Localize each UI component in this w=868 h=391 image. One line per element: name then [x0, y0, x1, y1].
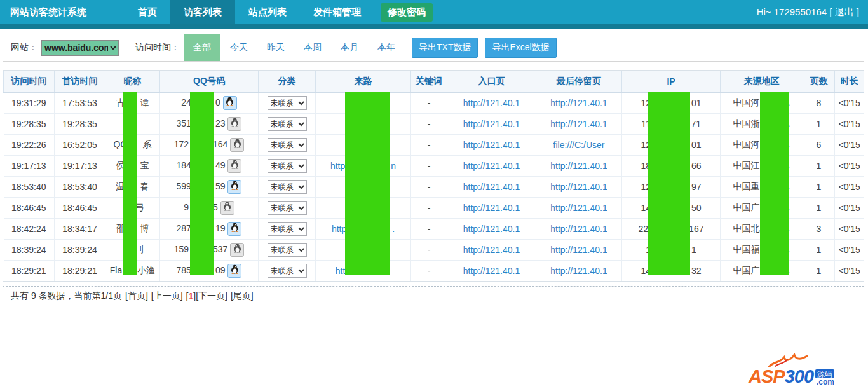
- logo-com-text: .com: [815, 378, 834, 386]
- last-page-link[interactable]: http://121.40.1: [550, 224, 607, 234]
- category-select[interactable]: 未联系: [268, 138, 307, 152]
- last-page-link[interactable]: http://121.40.1: [550, 161, 607, 171]
- category-select[interactable]: 未联系: [268, 180, 307, 194]
- nickname-fragment-right: 系: [142, 139, 151, 149]
- nav-item[interactable]: 站点列表: [235, 0, 300, 24]
- referrer-fragment-left[interactable]: http: [330, 161, 345, 171]
- nav-item-label: 访客列表: [184, 6, 222, 17]
- nav-item-label: 修改密码: [381, 3, 433, 22]
- nickname-fragment-right: 宝: [140, 160, 149, 170]
- nav-item[interactable]: 发件箱管理: [300, 0, 374, 24]
- col-last-page: 最后停留页: [536, 71, 622, 92]
- cell-category: 未联系: [259, 113, 316, 134]
- nav-menu: 首页 访客列表 站点列表 发件箱管理 修改密码: [125, 0, 439, 24]
- greeting-text: Hi~ 1729550164: [757, 6, 827, 17]
- time-filter-item[interactable]: 本年: [368, 34, 405, 61]
- cell-duration: <0'15: [835, 176, 864, 197]
- category-select[interactable]: 未联系: [268, 243, 307, 257]
- entry-page-link[interactable]: http://121.40.1: [463, 98, 520, 108]
- time-filter-item[interactable]: 今天: [220, 34, 257, 61]
- entry-page-link[interactable]: http://121.40.1: [463, 266, 520, 276]
- qq-penguin-icon[interactable]: [227, 264, 241, 278]
- category-select[interactable]: 未联系: [268, 159, 307, 173]
- last-page-link[interactable]: [尾页]: [231, 291, 254, 302]
- time-filter-item[interactable]: 本周: [294, 34, 331, 61]
- referrer-fragment-right[interactable]: n: [391, 161, 396, 171]
- cell-visit-time: 18:39:24: [4, 239, 55, 260]
- cell-page-count: 1: [803, 113, 835, 134]
- qq-fragment-right: 19: [215, 223, 226, 233]
- cell-entry-page: http://121.40.1: [447, 176, 536, 197]
- site-select[interactable]: www.baidu.com: [41, 40, 119, 56]
- first-page-link[interactable]: [首页]: [125, 291, 148, 302]
- cell-page-count: 1: [803, 239, 835, 260]
- entry-page-link[interactable]: http://121.40.1: [463, 224, 520, 234]
- export-txt-button[interactable]: 导出TXT数据: [412, 38, 478, 58]
- category-select[interactable]: 未联系: [268, 201, 307, 215]
- flame-icon: [766, 353, 811, 367]
- category-select[interactable]: 未联系: [268, 96, 307, 110]
- cell-page-count: 3: [803, 218, 835, 239]
- nav-item-label: 首页: [138, 6, 157, 17]
- cell-duration: <0'15: [835, 155, 864, 176]
- ip-fragment-right: 167: [689, 224, 703, 234]
- qq-fragment-left: 785: [177, 264, 191, 275]
- next-page-link[interactable]: [下一页]: [196, 291, 227, 302]
- referrer-fragment-left[interactable]: http: [332, 224, 346, 234]
- redaction-bar-nickname: [123, 92, 137, 275]
- qq-fragment-left: 9: [184, 202, 189, 212]
- qq-fragment-right: 537: [213, 244, 227, 254]
- referrer-fragment-right[interactable]: .: [392, 224, 395, 234]
- entry-page-link[interactable]: http://121.40.1: [463, 119, 520, 129]
- entry-page-link[interactable]: http://121.40.1: [463, 182, 520, 192]
- nav-item[interactable]: 首页: [125, 0, 170, 24]
- region-fragment-left: 中国河: [733, 97, 760, 107]
- cell-category: 未联系: [259, 239, 316, 260]
- col-page-count: 页数: [803, 71, 835, 92]
- time-filter-item[interactable]: 全部: [184, 34, 220, 61]
- cell-first-time: 18:34:17: [55, 218, 105, 239]
- filter-bar: 网站： www.baidu.com 访问时间： 全部 今天 昨天 本周 本月 本…: [3, 34, 864, 62]
- qq-penguin-icon[interactable]: [223, 96, 237, 110]
- col-duration: 时长: [835, 71, 864, 92]
- qq-penguin-icon[interactable]: [230, 243, 244, 257]
- entry-page-link[interactable]: http://121.40.1: [463, 161, 520, 171]
- last-page-link[interactable]: http://121.40.1: [550, 203, 607, 213]
- prev-page-link[interactable]: [上一页]: [151, 291, 183, 302]
- entry-page-link[interactable]: http://121.40.1: [463, 140, 520, 150]
- qq-penguin-icon[interactable]: [227, 117, 241, 131]
- last-page-link[interactable]: http://121.40.1: [550, 98, 607, 108]
- qq-fragment-right: 0: [215, 97, 220, 107]
- nav-item[interactable]: 访客列表: [170, 0, 235, 24]
- time-filter-item[interactable]: 本月: [331, 34, 368, 61]
- last-page-link[interactable]: http://121.40.1: [550, 182, 607, 192]
- export-excel-button[interactable]: 导出Excel数据: [485, 38, 556, 58]
- category-select[interactable]: 未联系: [268, 222, 307, 236]
- last-page-link[interactable]: http://121.40.1: [550, 119, 607, 129]
- referrer-fragment-left[interactable]: htt: [336, 266, 346, 276]
- entry-page-link[interactable]: http://121.40.1: [463, 203, 520, 213]
- category-select[interactable]: 未联系: [268, 264, 307, 278]
- col-entry-page: 入口页: [447, 71, 536, 92]
- last-page-link[interactable]: http://121.40.1: [550, 245, 607, 255]
- cell-page-count: 1: [803, 197, 835, 218]
- current-page[interactable]: [1]: [186, 291, 196, 301]
- cell-first-time: 19:17:13: [55, 155, 105, 176]
- qq-penguin-icon[interactable]: [227, 222, 241, 236]
- qq-penguin-icon[interactable]: [220, 201, 234, 215]
- redaction-bar-ip: [648, 92, 690, 275]
- last-page-link[interactable]: http://121.40.1: [550, 266, 607, 276]
- time-filter-item[interactable]: 昨天: [257, 34, 294, 61]
- category-select[interactable]: 未联系: [268, 117, 307, 131]
- logout-link[interactable]: [ 退出 ]: [829, 6, 859, 17]
- qq-penguin-icon[interactable]: [227, 159, 241, 173]
- logo-asp-text: ASP: [749, 367, 785, 386]
- cell-keyword: -: [411, 134, 447, 155]
- qq-penguin-icon[interactable]: [230, 138, 244, 152]
- qq-fragment-left: 184: [177, 160, 191, 170]
- entry-page-link[interactable]: http://121.40.1: [463, 245, 520, 255]
- cell-first-time: 18:39:24: [55, 239, 105, 260]
- qq-penguin-icon[interactable]: [227, 180, 241, 194]
- last-page-link[interactable]: file:///C:/User: [553, 140, 605, 150]
- nav-item[interactable]: 修改密码: [374, 0, 439, 24]
